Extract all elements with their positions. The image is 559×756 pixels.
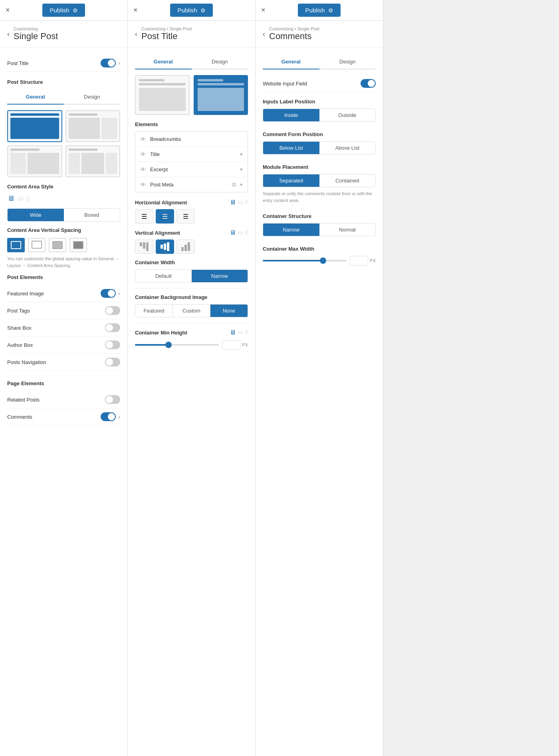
post-structure-label: Post Structure (7, 79, 120, 85)
layout-thumb-1[interactable] (7, 110, 62, 142)
title-arrow[interactable]: ▾ (240, 151, 243, 157)
copy-icon-post-meta[interactable]: ⧉ (232, 181, 236, 188)
minheight-device-desktop[interactable]: 🖥 (230, 329, 236, 336)
spacing-opt-4[interactable] (69, 238, 87, 252)
related-posts-toggle[interactable] (105, 395, 120, 404)
comments-label: Comments (7, 414, 32, 420)
boxed-button[interactable]: Boxed (64, 209, 120, 221)
valign-device-desktop[interactable]: 🖥 (230, 229, 236, 236)
above-list-btn[interactable]: Above List (319, 142, 376, 154)
excerpt-arrow[interactable]: ▾ (240, 166, 243, 172)
layout-thumb-lg-2[interactable] (194, 75, 248, 115)
back-button-3[interactable]: ‹ (263, 30, 265, 38)
narrow-structure-btn[interactable]: Narrow (263, 224, 319, 236)
comments-toggle[interactable] (101, 412, 116, 421)
max-width-input[interactable]: 750 (350, 256, 368, 265)
module-desc: Separate or unify the comments module fr… (263, 190, 376, 204)
featured-image-toggle[interactable] (101, 289, 116, 298)
halign-center-btn[interactable]: ☰ (156, 209, 174, 224)
post-meta-arrow[interactable]: ▾ (240, 182, 243, 188)
valign-device-tablet[interactable]: ▭ (238, 229, 243, 236)
bg-custom-btn[interactable]: Custom (173, 305, 210, 317)
post-tags-row: Post Tags (7, 302, 120, 319)
halign-device-desktop[interactable]: 🖥 (230, 199, 236, 206)
tab-design-1[interactable]: Design (64, 90, 121, 105)
min-height-input[interactable]: 300 (222, 340, 240, 350)
container-min-height-slider: 300 PX (135, 340, 248, 350)
min-height-unit: PX (242, 342, 248, 347)
slider-thumb-minheight[interactable] (165, 342, 172, 348)
post-tags-toggle[interactable] (105, 306, 120, 315)
inside-btn[interactable]: Inside (263, 109, 319, 121)
layout-thumb-3[interactable] (7, 145, 62, 177)
post-meta-label: Post Meta (150, 182, 228, 188)
eye-icon-title[interactable]: 👁 (140, 151, 146, 158)
valign-bot-btn[interactable] (176, 239, 195, 254)
featured-image-row: Featured Image › (7, 285, 120, 302)
halign-device-tablet[interactable]: ▭ (238, 199, 243, 206)
posts-navigation-label: Posts Navigation (7, 359, 46, 365)
bg-featured-btn[interactable]: Featured (135, 305, 173, 317)
close-button-3[interactable]: × (261, 6, 266, 14)
valign-top-btn[interactable] (135, 239, 153, 254)
website-input-toggle[interactable] (361, 79, 376, 88)
halign-device-mobile[interactable]: ▯ (245, 199, 248, 206)
module-placement-label: Module Placement (263, 164, 376, 170)
back-button-1[interactable]: ‹ (7, 30, 10, 38)
eye-icon-post-meta[interactable]: 👁 (140, 181, 146, 188)
publish-button-3[interactable]: Publish ⚙ (298, 4, 340, 17)
wide-button[interactable]: Wide (8, 209, 64, 221)
spacing-opt-1[interactable] (7, 238, 25, 252)
slider-thumb-maxwidth[interactable] (320, 257, 326, 264)
content-area-style-label: Content Area Style (7, 184, 120, 190)
bg-none-btn[interactable]: None (210, 305, 248, 317)
below-list-btn[interactable]: Below List (263, 142, 319, 154)
layout-thumb-2[interactable] (65, 110, 121, 142)
close-button-2[interactable]: × (133, 6, 138, 14)
post-title-toggle[interactable] (101, 59, 116, 67)
layout-thumb-4[interactable] (65, 145, 121, 177)
contained-btn[interactable]: Contained (319, 174, 376, 187)
slider-track-maxwidth[interactable] (263, 260, 347, 261)
minheight-device-mobile[interactable]: ▯ (245, 329, 248, 336)
layout-thumb-lg-1[interactable] (135, 75, 190, 115)
close-button-1[interactable]: × (6, 6, 10, 14)
post-title-chevron[interactable]: › (118, 60, 120, 66)
device-desktop-icon[interactable]: 🖥 (7, 194, 14, 203)
outside-btn[interactable]: Outside (319, 109, 376, 121)
device-tablet-icon[interactable]: ▭ (18, 195, 24, 202)
eye-icon-breadcrumbs[interactable]: 👁 (140, 136, 146, 142)
normal-structure-btn[interactable]: Normal (319, 224, 376, 236)
author-box-toggle[interactable] (105, 340, 120, 349)
halign-right-btn[interactable]: ☰ (176, 209, 195, 224)
valign-mid-btn[interactable] (156, 239, 174, 254)
tab-general-1[interactable]: General (7, 90, 64, 105)
device-mobile-icon[interactable]: ▯ (27, 196, 30, 202)
halign-left-btn[interactable]: ☰ (135, 209, 153, 224)
spacing-opt-2[interactable] (28, 238, 46, 252)
container-structure-label: Container Structure (263, 213, 376, 219)
container-default-btn[interactable]: Default (135, 270, 192, 282)
tab-general-2[interactable]: General (135, 55, 192, 69)
publish-button-1[interactable]: Publish ⚙ (42, 4, 85, 17)
comments-chevron[interactable]: › (118, 414, 120, 420)
posts-navigation-toggle[interactable] (105, 358, 120, 366)
tab-design-2[interactable]: Design (192, 55, 248, 69)
back-button-2[interactable]: ‹ (135, 30, 137, 38)
spacing-row (7, 238, 120, 252)
share-box-toggle[interactable] (105, 323, 120, 332)
eye-icon-excerpt[interactable]: 👁 (140, 166, 146, 173)
divider-2 (135, 323, 248, 323)
inputs-label-position-group: Inside Outside (263, 109, 376, 122)
spacing-opt-3[interactable] (49, 238, 66, 252)
slider-track-minheight[interactable] (135, 344, 219, 346)
valign-device-mobile[interactable]: ▯ (245, 229, 248, 236)
container-narrow-btn[interactable]: Narrow (192, 270, 248, 282)
featured-image-chevron[interactable]: › (118, 290, 120, 297)
container-width-label: Container Width (135, 259, 248, 265)
tab-general-3[interactable]: General (263, 55, 319, 69)
minheight-device-tablet[interactable]: ▭ (238, 329, 243, 336)
tab-design-3[interactable]: Design (319, 55, 376, 69)
separated-btn[interactable]: Separated (263, 174, 319, 187)
publish-button-2[interactable]: Publish ⚙ (170, 4, 212, 17)
